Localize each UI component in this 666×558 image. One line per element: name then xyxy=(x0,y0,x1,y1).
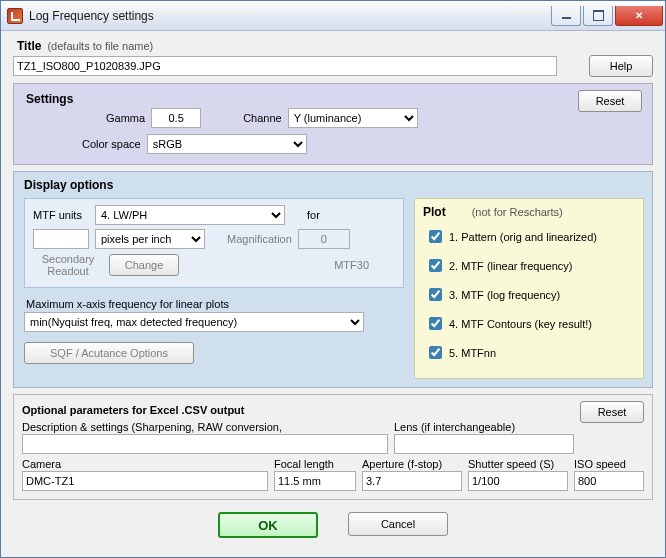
ok-button[interactable]: OK xyxy=(218,512,318,538)
aperture-input[interactable] xyxy=(362,471,462,491)
sqf-acutance-button[interactable]: SQF / Acutance Options xyxy=(24,342,194,364)
window: Log Frequency settings Title (defaults t… xyxy=(0,0,666,558)
plot-check-3[interactable] xyxy=(429,288,442,301)
window-title: Log Frequency settings xyxy=(29,9,551,23)
channel-select[interactable]: Y (luminance) xyxy=(288,108,418,128)
plot-check-2[interactable] xyxy=(429,259,442,272)
max-x-select[interactable]: min(Nyquist freq, max detected frequency… xyxy=(24,312,364,332)
plot-heading: Plot xyxy=(423,205,446,219)
maximize-button[interactable] xyxy=(583,6,613,26)
plot-panel: Plot (not for Rescharts) 1. Pattern (ori… xyxy=(414,198,644,379)
mtf-units-select[interactable]: 4. LW/PH xyxy=(95,205,285,225)
colorspace-select[interactable]: sRGB xyxy=(147,134,307,154)
settings-heading: Settings xyxy=(26,92,73,106)
mtf-group: MTF units 4. LW/PH for pixels per inch M… xyxy=(24,198,404,288)
title-label: Title xyxy=(17,39,41,53)
mtf-units-label: MTF units xyxy=(33,209,89,221)
plot-note: (not for Rescharts) xyxy=(472,206,563,218)
description-input[interactable] xyxy=(22,434,388,454)
description-label: Description & settings (Sharpening, RAW … xyxy=(22,421,388,433)
gamma-label: Gamma xyxy=(106,112,145,124)
titlebar: Log Frequency settings xyxy=(1,1,665,31)
for-label: for xyxy=(307,209,320,221)
lens-input[interactable] xyxy=(394,434,574,454)
max-x-section: Maximum x-axis frequency for linear plot… xyxy=(24,294,404,332)
magnification-input xyxy=(298,229,350,249)
title-hint: (defaults to file name) xyxy=(47,40,153,52)
display-panel: Display options MTF units 4. LW/PH for p… xyxy=(13,171,653,388)
focal-label: Focal length xyxy=(274,458,356,470)
cancel-button[interactable]: Cancel xyxy=(348,512,448,536)
ppi-unit-select[interactable]: pixels per inch xyxy=(95,229,205,249)
mtf30-label: MTF30 xyxy=(334,259,369,271)
plot-item-1[interactable]: 1. Pattern (orig and linearized) xyxy=(425,227,635,246)
optional-panel: Optional parameters for Excel .CSV outpu… xyxy=(13,394,653,500)
iso-label: ISO speed xyxy=(574,458,644,470)
client-area: Title (defaults to file name) Help Setti… xyxy=(1,31,665,557)
help-button[interactable]: Help xyxy=(589,55,653,77)
plot-check-4[interactable] xyxy=(429,317,442,330)
plot-check-1[interactable] xyxy=(429,230,442,243)
display-heading: Display options xyxy=(24,178,644,192)
plot-item-2[interactable]: 2. MTF (linear frequency) xyxy=(425,256,635,275)
title-section: Title (defaults to file name) Help xyxy=(13,39,653,77)
camera-input[interactable] xyxy=(22,471,268,491)
channel-label: Channe xyxy=(243,112,282,124)
gamma-input[interactable] xyxy=(151,108,201,128)
camera-label: Camera xyxy=(22,458,268,470)
display-left: MTF units 4. LW/PH for pixels per inch M… xyxy=(24,198,404,379)
close-button[interactable] xyxy=(615,6,663,26)
title-input[interactable] xyxy=(13,56,557,76)
focal-input[interactable] xyxy=(274,471,356,491)
change-button[interactable]: Change xyxy=(109,254,179,276)
shutter-input[interactable] xyxy=(468,471,568,491)
plot-item-5[interactable]: 5. MTFnn xyxy=(425,343,635,362)
app-icon xyxy=(7,8,23,24)
plot-check-5[interactable] xyxy=(429,346,442,359)
footer: OK Cancel xyxy=(13,506,653,538)
plot-item-3[interactable]: 3. MTF (log frequency) xyxy=(425,285,635,304)
secondary-readout-label: Secondary Readout xyxy=(33,253,103,277)
window-controls xyxy=(551,6,663,26)
magnification-label: Magnification xyxy=(227,233,292,245)
settings-panel: Settings Reset Gamma Channe Y (luminance… xyxy=(13,83,653,165)
plot-item-4[interactable]: 4. MTF Contours (key result!) xyxy=(425,314,635,333)
max-x-label: Maximum x-axis frequency for linear plot… xyxy=(26,298,404,310)
iso-input[interactable] xyxy=(574,471,644,491)
shutter-label: Shutter speed (S) xyxy=(468,458,568,470)
optional-heading: Optional parameters for Excel .CSV outpu… xyxy=(22,404,245,416)
colorspace-label: Color space xyxy=(82,138,141,150)
settings-reset-button[interactable]: Reset xyxy=(578,90,642,112)
minimize-button[interactable] xyxy=(551,6,581,26)
lens-label: Lens (if interchangeable) xyxy=(394,421,574,433)
ppi-value-input[interactable] xyxy=(33,229,89,249)
optional-reset-button[interactable]: Reset xyxy=(580,401,644,423)
aperture-label: Aperture (f-stop) xyxy=(362,458,462,470)
